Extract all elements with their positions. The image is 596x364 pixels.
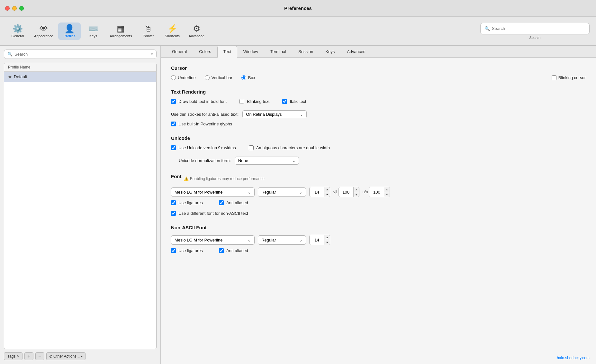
cursor-box-radio[interactable] <box>241 75 246 80</box>
profile-row[interactable]: ★ Default <box>4 72 156 82</box>
tab-terminal[interactable]: Terminal <box>264 46 292 57</box>
powerline-glyphs-checkbox[interactable] <box>171 122 176 126</box>
unicode-norm-value: None <box>238 158 248 163</box>
non-ascii-font-name-chevron: ⌄ <box>248 238 251 242</box>
italic-text-checkbox[interactable] <box>282 99 287 104</box>
toolbar-label-appearance: Appearance <box>34 34 53 38</box>
toolbar-item-general[interactable]: ⚙️ General <box>6 23 29 40</box>
non-ascii-anti-aliased-checkbox[interactable] <box>219 248 224 253</box>
unicode-ambiguous-option[interactable]: Ambiguous characters are double-width <box>249 145 330 150</box>
line-height-input[interactable] <box>369 187 384 197</box>
toolbar-item-appearance[interactable]: 👁 Appearance <box>30 23 57 40</box>
text-rendering-checkboxes: Draw bold text in bold font Blinking tex… <box>171 99 586 107</box>
draw-bold-option[interactable]: Draw bold text in bold font <box>171 99 227 104</box>
ligature-spacing-up[interactable]: ▲ <box>354 187 359 192</box>
ligature-spacing-icon: v|i <box>333 190 337 194</box>
font-ligatures-label: Use ligatures <box>178 200 203 205</box>
ligature-spacing-input[interactable] <box>339 187 353 197</box>
font-ligatures-checkbox[interactable] <box>171 200 176 205</box>
italic-text-option[interactable]: Italic text <box>282 99 306 104</box>
blinking-text-checkbox[interactable] <box>239 99 244 104</box>
cursor-box-option[interactable]: Box <box>241 75 255 80</box>
font-style-value: Regular <box>261 190 276 195</box>
close-button[interactable] <box>5 6 10 11</box>
maximize-button[interactable] <box>19 6 24 11</box>
right-panel: General Colors Text Window Terminal Sess… <box>161 46 596 364</box>
cursor-vertical-option[interactable]: Vertical bar <box>205 75 232 80</box>
non-ascii-ligatures-option[interactable]: Use ligatures <box>171 248 203 253</box>
toolbar-item-pointer[interactable]: 🖱 Pointer <box>137 23 159 40</box>
tab-advanced[interactable]: Advanced <box>341 46 372 57</box>
font-checkboxes-row1: Use ligatures Anti-aliased <box>171 200 586 208</box>
titlebar: Preferences <box>0 0 596 17</box>
unicode-version9-checkbox[interactable] <box>171 145 176 150</box>
anti-alias-select[interactable]: On Retina Displays ⌄ <box>242 110 307 118</box>
unicode-version9-option[interactable]: Use Unicode version 9+ widths <box>171 145 236 150</box>
minimize-button[interactable] <box>12 6 17 11</box>
font-diff-option[interactable]: Use a different font for non-ASCII text <box>171 211 586 216</box>
non-ascii-font-size-down[interactable]: ▼ <box>324 240 330 245</box>
non-ascii-font-style-select[interactable]: Regular ⌄ <box>258 235 306 245</box>
other-actions-button[interactable]: ⊙ Other Actions... ▾ <box>46 352 86 360</box>
line-height-icon: n/n <box>363 190 368 194</box>
toolbar-item-shortcuts[interactable]: ⚡ Shortcuts <box>161 23 183 40</box>
sidebar-search-input[interactable] <box>14 52 149 57</box>
non-ascii-font-name-select[interactable]: Meslo LG M for Powerline ⌄ <box>171 235 255 245</box>
line-height-down[interactable]: ▼ <box>384 192 390 197</box>
toolbar-item-arrangements[interactable]: ▦ Arrangements <box>106 23 136 40</box>
arrangements-icon: ▦ <box>117 24 125 33</box>
line-height-stepper: ▲ ▼ <box>384 187 390 197</box>
tab-keys[interactable]: Keys <box>319 46 341 57</box>
font-anti-aliased-checkbox[interactable] <box>219 200 224 205</box>
tags-button[interactable]: Tags > <box>4 352 23 360</box>
main-content: 🔍 ▾ Profile Name ★ Default Tags > + − ⊙ … <box>0 46 596 364</box>
font-size-up[interactable]: ▲ <box>324 187 330 192</box>
non-ascii-font-name-value: Meslo LG M for Powerline <box>175 238 223 242</box>
font-style-select[interactable]: Regular ⌄ <box>258 187 306 197</box>
sidebar: 🔍 ▾ Profile Name ★ Default Tags > + − ⊙ … <box>0 46 161 364</box>
unicode-norm-select[interactable]: None ⌄ <box>235 157 299 165</box>
tab-general[interactable]: General <box>166 46 193 57</box>
add-profile-button[interactable]: + <box>24 352 33 360</box>
cursor-vertical-label: Vertical bar <box>212 75 232 80</box>
font-name-select[interactable]: Meslo LG M for Powerline ⌄ <box>171 187 255 197</box>
font-anti-aliased-option[interactable]: Anti-aliased <box>219 200 248 205</box>
cursor-underline-option[interactable]: Underline <box>171 75 196 80</box>
font-ligatures-option[interactable]: Use ligatures <box>171 200 203 205</box>
blinking-cursor-checkbox[interactable] <box>552 75 556 80</box>
ligature-spacing-down[interactable]: ▼ <box>354 192 359 197</box>
tab-text[interactable]: Text <box>217 46 237 58</box>
toolbar-search-input[interactable] <box>492 26 585 31</box>
window-title: Preferences <box>284 5 312 11</box>
remove-profile-button[interactable]: − <box>35 352 44 360</box>
non-ascii-font-section: Non-ASCII Font Meslo LG M for Powerline … <box>171 225 586 256</box>
non-ascii-anti-aliased-option[interactable]: Anti-aliased <box>219 248 248 253</box>
non-ascii-font-size-input[interactable] <box>310 235 324 245</box>
powerline-glyphs-option[interactable]: Use built-in Powerline glyphs <box>171 122 586 126</box>
unicode-ambiguous-checkbox[interactable] <box>249 145 254 150</box>
toolbar-item-advanced[interactable]: ⚙ Advanced <box>185 23 208 40</box>
font-diff-checkbox[interactable] <box>171 211 176 216</box>
toolbar-search-box[interactable]: 🔍 <box>480 23 590 34</box>
tab-colors[interactable]: Colors <box>193 46 217 57</box>
toolbar-item-keys[interactable]: ⌨️ Keys <box>82 23 104 40</box>
non-ascii-ligatures-checkbox[interactable] <box>171 248 176 253</box>
tabs-bar: General Colors Text Window Terminal Sess… <box>161 46 596 58</box>
toolbar-item-profiles[interactable]: 👤 Profiles <box>58 23 81 40</box>
tab-window[interactable]: Window <box>237 46 264 57</box>
non-ascii-font-size-up[interactable]: ▲ <box>324 235 330 240</box>
draw-bold-checkbox[interactable] <box>171 99 176 104</box>
blinking-cursor-option[interactable]: Blinking cursor <box>552 75 586 80</box>
cursor-underline-radio[interactable] <box>171 75 176 80</box>
keys-icon: ⌨️ <box>88 24 98 33</box>
font-name-chevron: ⌄ <box>248 190 251 195</box>
line-height-up[interactable]: ▲ <box>384 187 390 192</box>
blinking-text-option[interactable]: Blinking text <box>239 99 269 104</box>
font-size-input[interactable] <box>310 187 324 197</box>
cursor-title: Cursor <box>171 65 586 71</box>
tab-session[interactable]: Session <box>292 46 319 57</box>
non-ascii-font-title: Non-ASCII Font <box>171 225 586 230</box>
cursor-vertical-radio[interactable] <box>205 75 210 80</box>
sidebar-search[interactable]: 🔍 ▾ <box>4 50 157 59</box>
font-size-down[interactable]: ▼ <box>324 192 330 197</box>
